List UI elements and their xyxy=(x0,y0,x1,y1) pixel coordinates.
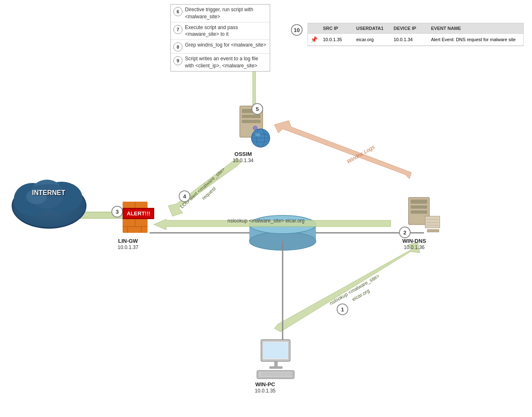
cell-device-ip: 10.0.1.34 xyxy=(392,36,429,43)
internet-label: INTERNET xyxy=(13,189,84,197)
table-header: SRC IP USERDATA1 DEVICE IP EVENT NAME xyxy=(308,23,523,34)
step-7: 7 Execute script and pass <maware_site> … xyxy=(171,22,270,40)
svg-text:LOG alert <malware_site>: LOG alert <malware_site> xyxy=(179,166,226,210)
lin-gw-label: LIN-GW 10.0.1.37 xyxy=(118,238,138,250)
svg-text:Windns Logs: Windns Logs xyxy=(346,144,376,165)
badge-5: 5 xyxy=(251,103,263,115)
lin-gw-device xyxy=(118,200,152,239)
cell-userdata1: eicar.org xyxy=(355,36,392,43)
badge-1: 1 xyxy=(337,303,348,315)
col-userdata1: USERDATA1 xyxy=(355,25,392,32)
svg-marker-8 xyxy=(154,219,391,230)
col-event-name: EVENT NAME xyxy=(429,25,522,32)
svg-marker-12 xyxy=(168,158,241,216)
svg-rect-60 xyxy=(269,366,283,369)
svg-text:nslookup <malware_site>: nslookup <malware_site> xyxy=(329,273,381,306)
badge-2: 2 xyxy=(399,227,411,238)
svg-rect-40 xyxy=(242,120,261,123)
win-dns-label: WIN-DNS 10.0.1.36 xyxy=(402,238,426,250)
svg-rect-59 xyxy=(274,361,278,366)
svg-text:nslookup <malware_site> eicar.: nslookup <malware_site> eicar.org xyxy=(227,218,304,224)
steps-box: 6 Directive trigger, run script with <ma… xyxy=(170,4,270,72)
col-src-ip: SRC IP xyxy=(321,25,355,32)
step-8: 8 Grep windns_log for <malware_site> xyxy=(171,40,270,54)
svg-rect-58 xyxy=(264,343,287,358)
badge-10: 10 xyxy=(291,24,303,36)
pin-icon: 📌 xyxy=(309,35,321,44)
svg-rect-50 xyxy=(411,210,427,214)
cell-src-ip: 10.0.1.35 xyxy=(321,36,355,43)
svg-rect-48 xyxy=(411,200,427,204)
badge-4: 4 xyxy=(179,190,190,202)
svg-text:request: request xyxy=(201,185,217,201)
internet-cloud xyxy=(7,164,91,233)
svg-point-7 xyxy=(249,215,316,234)
svg-point-6 xyxy=(249,232,316,250)
alert-badge: ALERT!!! xyxy=(123,208,154,219)
badge-3: 3 xyxy=(111,206,123,217)
step-9: 9 Script writes an event to a log file w… xyxy=(171,54,270,71)
svg-marker-10 xyxy=(274,121,411,179)
svg-text:eicar.org: eicar.org xyxy=(351,288,371,302)
col-device-ip: DEVICE IP xyxy=(392,25,429,32)
step-6: 6 Directive trigger, run script with <ma… xyxy=(171,5,270,22)
svg-point-4 xyxy=(249,224,316,242)
event-table: SRC IP USERDATA1 DEVICE IP EVENT NAME 📌 … xyxy=(308,23,524,46)
svg-rect-49 xyxy=(411,205,427,209)
ossim-label: OSSIM 10.0.1.34 xyxy=(233,151,254,163)
svg-marker-15 xyxy=(274,242,420,332)
win-pc-label: WIN-PC 10.0.1.35 xyxy=(255,381,276,394)
svg-rect-39 xyxy=(242,115,261,118)
cell-event-name: Alert Event: DNS request for malware sit… xyxy=(429,36,522,43)
svg-rect-62 xyxy=(259,372,293,377)
svg-rect-51 xyxy=(425,216,440,228)
svg-rect-5 xyxy=(249,225,316,241)
svg-point-46 xyxy=(255,133,260,136)
table-row: 📌 10.0.1.35 eicar.org 10.0.1.34 Alert Ev… xyxy=(308,34,523,46)
svg-rect-55 xyxy=(427,229,439,232)
win-pc-device xyxy=(253,339,303,382)
